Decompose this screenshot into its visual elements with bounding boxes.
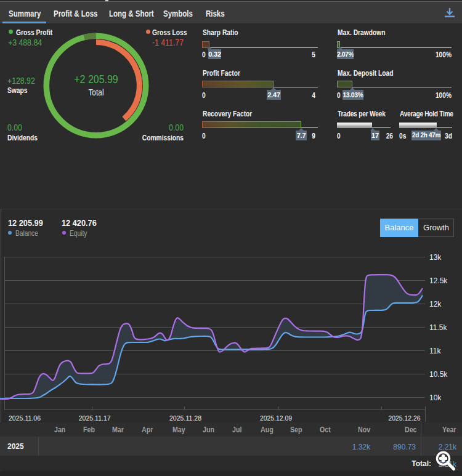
svg-text:12.5k: 12.5k (429, 276, 448, 285)
svg-text:11.5k: 11.5k (429, 323, 447, 332)
svg-text:2025.11.17: 2025.11.17 (79, 414, 111, 422)
svg-text:11k: 11k (429, 347, 441, 355)
svg-text:12k: 12k (429, 300, 442, 309)
svg-text:2025.11.28: 2025.11.28 (169, 414, 201, 422)
svg-text:2025.12.26: 2025.12.26 (389, 414, 421, 422)
svg-text:2025.11.06: 2025.11.06 (9, 414, 41, 422)
svg-text:2025.12.09: 2025.12.09 (260, 414, 292, 422)
svg-text:10k: 10k (429, 393, 442, 402)
svg-text:13k: 13k (429, 253, 442, 262)
svg-text:10.5k: 10.5k (429, 370, 448, 379)
